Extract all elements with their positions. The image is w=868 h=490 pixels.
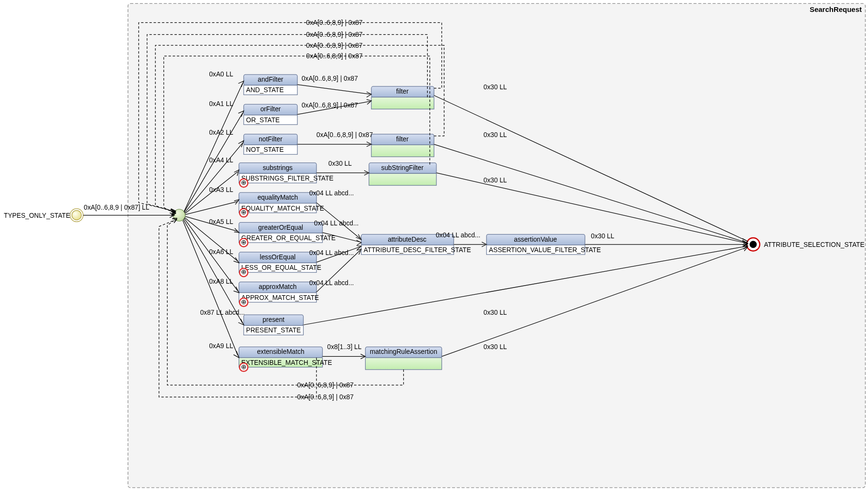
edge-label: 0xA8 LL [209, 278, 233, 285]
svg-text:equalityMatch: equalityMatch [258, 194, 298, 201]
svg-text:attributeDesc: attributeDesc [388, 236, 426, 243]
svg-text:approxMatch: approxMatch [259, 283, 296, 290]
edge-label: 0xA[0..6,8,9] | 0x87 [297, 382, 354, 389]
edge-label: 0xA9 LL [209, 342, 233, 350]
svg-text:OR_STATE: OR_STATE [246, 117, 280, 124]
node-assertion-value: assertionValue ASSERTION_VALUE_FILTER_ST… [487, 234, 601, 255]
node-not-filter: notFilter NOT_STATE [244, 134, 297, 154]
end-state-label: ATTRIBUTE_SELECTION_STATE [764, 241, 864, 248]
start-state-label: TYPES_ONLY_STATE [4, 212, 70, 219]
edge-label: 0xA4 LL [209, 157, 233, 164]
svg-text:⊕: ⊕ [241, 363, 247, 371]
svg-text:AND_STATE: AND_STATE [246, 86, 284, 94]
edge-label: 0x8[1..3] LL [327, 343, 362, 351]
svg-text:matchingRuleAssertion: matchingRuleAssertion [370, 348, 437, 355]
edge-label: 0x04 LL abcd... [436, 232, 480, 239]
edge-label: 0xA1 LL [209, 100, 233, 107]
node-matching-rule-assertion: matchingRuleAssertion [365, 347, 442, 369]
edge-label: 0x04 LL abcd... [309, 279, 354, 287]
edge-label: 0xA[0..6,8,9] | 0x87 [306, 53, 363, 60]
svg-rect-54 [371, 145, 434, 157]
svg-text:assertionValue: assertionValue [514, 236, 557, 243]
svg-text:LESS_OR_EQUAL_STATE: LESS_OR_EQUAL_STATE [241, 264, 321, 271]
svg-text:⊕: ⊕ [241, 239, 247, 246]
edge-label: 0xA[0..6,8,9] | 0x87 [306, 42, 363, 49]
node-or-filter: orFilter OR_STATE [244, 104, 297, 124]
edge-label: 0x30 LL [484, 309, 507, 316]
edge-label: 0xA[0..6,8,9] | 0x87 [297, 394, 354, 401]
svg-text:subStringFilter: subStringFilter [381, 164, 424, 171]
edge-label: 0xA6 LL [209, 248, 233, 256]
frame-title: SearchRequest [810, 5, 862, 13]
svg-text:present: present [262, 316, 284, 323]
edge-label: 0x87 LL abcd... [200, 309, 245, 316]
edge-label: 0x04 LL abcd... [309, 249, 354, 256]
edge-label: 0xA3 LL [209, 186, 233, 193]
svg-text:filter: filter [396, 136, 409, 143]
end-state [747, 238, 760, 251]
svg-text:PRESENT_STATE: PRESENT_STATE [246, 327, 301, 334]
edge-label: 0xA[0..6,8,9] | 0x87 [306, 19, 363, 26]
svg-text:NOT_STATE: NOT_STATE [246, 146, 284, 153]
edge-label-start: 0xA[0..6,8,9 | 0x87] LL [84, 204, 149, 211]
svg-rect-64 [365, 358, 442, 370]
svg-text:orFilter: orFilter [260, 106, 281, 113]
svg-text:EXTENSIBLE_MATCH_STATE: EXTENSIBLE_MATCH_STATE [241, 359, 332, 366]
edge-label: 0x30 LL [484, 343, 507, 351]
edge-label: 0x30 LL [328, 160, 352, 167]
start-state [70, 209, 83, 222]
svg-text:⊕: ⊕ [241, 179, 247, 186]
svg-text:EQUALITY_MATCH_STATE: EQUALITY_MATCH_STATE [241, 205, 324, 212]
svg-point-1 [72, 211, 81, 220]
svg-text:⊕: ⊕ [241, 209, 247, 216]
edge-label: 0xA[0..6,8,9] | 0x87 [306, 31, 363, 38]
edge-label: 0x30 LL [484, 84, 507, 91]
svg-point-3 [749, 241, 757, 248]
svg-rect-57 [369, 173, 436, 185]
edge-label: 0x04 LL abcd... [309, 190, 354, 197]
edge-label: 0xA2 LL [209, 129, 233, 136]
edge-label: 0xA[0..6,8,9] | 0x87 [316, 131, 373, 138]
svg-text:notFilter: notFilter [259, 136, 282, 143]
edge-label: 0x30 LL [484, 131, 507, 138]
node-filter-2: filter [371, 134, 434, 157]
svg-text:extensibleMatch: extensibleMatch [257, 348, 304, 355]
diagram-canvas: SearchRequest TYPES_ONLY_STATE ATTRIBUTE… [0, 0, 868, 490]
node-substring-filter: subStringFilter [369, 163, 436, 185]
edge-label: 0xA[0..6,8,9] | 0x87 [302, 102, 358, 109]
svg-text:greaterOrEqual: greaterOrEqual [258, 224, 303, 231]
svg-text:ATTRIBUTE_DESC_FILTER_STATE: ATTRIBUTE_DESC_FILTER_STATE [364, 246, 471, 254]
svg-text:ASSERTION_VALUE_FILTER_STATE: ASSERTION_VALUE_FILTER_STATE [489, 246, 601, 254]
edge-label: 0xA[0..6,8,9] | 0x87 [302, 75, 358, 82]
svg-rect-51 [371, 97, 434, 109]
svg-text:lessOrEqual: lessOrEqual [260, 254, 296, 261]
node-filter-1: filter [371, 86, 434, 109]
edge-label: 0x30 LL [484, 177, 507, 184]
svg-text:SUBSTRINGS_FILTER_STATE: SUBSTRINGS_FILTER_STATE [241, 175, 334, 182]
node-and-filter: andFilter AND_STATE [244, 75, 297, 95]
svg-text:substrings: substrings [263, 164, 293, 171]
svg-text:andFilter: andFilter [258, 76, 283, 83]
svg-text:APPROX_MATCH_STATE: APPROX_MATCH_STATE [241, 294, 319, 301]
svg-text:⊕: ⊕ [241, 298, 247, 306]
svg-text:filter: filter [396, 88, 409, 95]
edge-label: 0xA0 LL [209, 71, 233, 78]
edge-label: 0xA5 LL [209, 218, 233, 225]
svg-text:GREATER_OR_EQUAL_STATE: GREATER_OR_EQUAL_STATE [241, 234, 336, 242]
svg-text:⊕: ⊕ [241, 268, 247, 276]
node-present: present PRESENT_STATE [244, 315, 304, 335]
edge-label: 0x04 LL abcd... [314, 220, 358, 227]
edge-label: 0x30 LL [591, 233, 614, 240]
